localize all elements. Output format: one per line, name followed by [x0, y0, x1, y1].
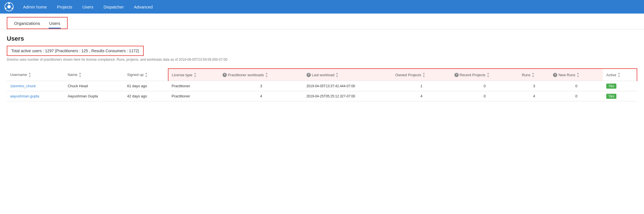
sort-icon-active[interactable]: ▲▼ [618, 72, 621, 78]
user-link-0[interactable]: 1domino_chuck [10, 84, 36, 88]
svg-point-4 [5, 8, 6, 9]
sort-icon-name[interactable]: ▲▼ [79, 72, 82, 78]
cell-active-0: Yes [603, 81, 637, 91]
col-header-signed-up[interactable]: Signed up ▲▼ [124, 69, 168, 81]
svg-point-2 [8, 3, 10, 4]
cell-name-0: Chuck Head [64, 81, 124, 91]
sort-icon-license-type[interactable]: ▲▼ [194, 72, 197, 78]
col-label-name: Name [68, 73, 77, 77]
col-header-owned-projects[interactable]: Owned Projects ▲▼ [392, 69, 451, 81]
sort-icon-owned-projects[interactable]: ▲▼ [422, 72, 425, 78]
cell-recent-projects-1: 0 [451, 91, 519, 101]
users-table: Username ▲▼ Name ▲▼ [7, 68, 637, 101]
table-body: 1domino_chuck Chuck Head 61 days ago Pra… [7, 81, 637, 101]
nav-item-advanced[interactable]: Advanced [129, 0, 158, 14]
cell-username-0: 1domino_chuck [7, 81, 64, 91]
user-link-1[interactable]: aayushman.gupta [10, 94, 39, 98]
table-row: aayushman.gupta Aayushman Gupta 42 days … [7, 91, 637, 101]
col-label-last-workload: Last workload [312, 73, 334, 77]
nav-item-users[interactable]: Users [77, 0, 98, 14]
col-header-username[interactable]: Username ▲▼ [7, 69, 64, 81]
col-header-new-runs[interactable]: ? New Runs ▲▼ [550, 69, 603, 81]
table-row: 1domino_chuck Chuck Head 61 days ago Pra… [7, 81, 637, 91]
tabs-box: Organizations Users [7, 17, 68, 29]
col-label-practitioner-workloads: Practitioner workloads [228, 73, 264, 77]
sort-icon-practitioner-workloads[interactable]: ▲▼ [265, 72, 268, 78]
cell-new-runs-0: 0 [550, 81, 603, 91]
cell-practitioner-workloads-1: 4 [219, 91, 303, 101]
svg-point-3 [12, 8, 13, 9]
sort-icon-signed-up[interactable]: ▲▼ [145, 72, 148, 78]
table-header: Username ▲▼ Name ▲▼ [7, 69, 637, 81]
col-header-active[interactable]: Active ▲▼ [603, 69, 637, 81]
active-badge-1: Yes [606, 94, 616, 99]
help-icon-new-runs[interactable]: ? [553, 73, 557, 77]
col-header-name[interactable]: Name ▲▼ [64, 69, 124, 81]
col-header-practitioner-workloads[interactable]: ? Practitioner workloads ▲▼ [219, 69, 303, 81]
cell-username-1: aayushman.gupta [7, 91, 64, 101]
tab-organizations[interactable]: Organizations [10, 19, 45, 29]
col-label-license-type: License type [172, 73, 192, 77]
page-title: Users [7, 35, 637, 42]
col-label-new-runs: New Runs [558, 73, 575, 77]
help-icon-recent-projects[interactable]: ? [454, 73, 459, 77]
sort-icon-new-runs[interactable]: ▲▼ [576, 72, 579, 78]
help-icon-practitioner-workloads[interactable]: ? [223, 73, 227, 77]
col-label-owned-projects: Owned Projects [395, 73, 421, 77]
col-label-recent-projects: Recent Projects [460, 73, 486, 77]
tab-users[interactable]: Users [45, 19, 65, 29]
active-badge-0: Yes [606, 84, 616, 89]
cell-active-1: Yes [603, 91, 637, 101]
nav-item-projects[interactable]: Projects [52, 0, 77, 14]
cell-signed-up-0: 61 days ago [124, 81, 168, 91]
page-content: Users Total active users : 1297 (Practit… [0, 29, 644, 107]
sort-icon-recent-projects[interactable]: ▲▼ [487, 72, 490, 78]
top-navigation: Admin home Projects Users Dispatcher Adv… [0, 0, 644, 14]
cell-runs-0: 3 [518, 81, 550, 91]
sort-icon-username[interactable]: ▲▼ [28, 72, 31, 78]
help-icon-last-workload[interactable]: ? [307, 73, 311, 77]
cell-last-workload-1: 2019-04-25T05:25:12.327-07:00 [303, 91, 392, 101]
sort-icon-last-workload[interactable]: ▲▼ [336, 72, 339, 78]
note-text: Domino uses number of practitioners show… [7, 58, 637, 62]
table-header-row: Username ▲▼ Name ▲▼ [7, 69, 637, 81]
col-header-runs[interactable]: Runs ▲▼ [518, 69, 550, 81]
tabs-section: Organizations Users [0, 14, 644, 29]
cell-owned-projects-0: 1 [392, 81, 451, 91]
nav-item-admin-home[interactable]: Admin home [18, 0, 52, 14]
svg-point-1 [7, 5, 11, 8]
cell-license-type-0: Practitioner [168, 81, 219, 91]
cell-signed-up-1: 42 days ago [124, 91, 168, 101]
col-header-recent-projects[interactable]: ? Recent Projects ▲▼ [451, 69, 519, 81]
col-label-active: Active [606, 73, 616, 77]
col-label-runs: Runs [522, 73, 530, 77]
cell-owned-projects-1: 4 [392, 91, 451, 101]
nav-items-container: Admin home Projects Users Dispatcher Adv… [18, 0, 158, 14]
cell-practitioner-workloads-0: 3 [219, 81, 303, 91]
cell-last-workload-0: 2019-04-05T13:37:42.444-07:00 [303, 81, 392, 91]
cell-runs-1: 4 [518, 91, 550, 101]
col-header-last-workload[interactable]: ? Last workload ▲▼ [303, 69, 392, 81]
summary-text: Total active users : 1297 (Practitioners… [11, 49, 139, 53]
col-header-license-type[interactable]: License type ▲▼ [168, 69, 219, 81]
sort-icon-runs[interactable]: ▲▼ [532, 72, 535, 78]
cell-license-type-1: Practitioner [168, 91, 219, 101]
summary-box: Total active users : 1297 (Practitioners… [7, 46, 144, 56]
col-label-signed-up: Signed up [127, 73, 144, 77]
app-logo [5, 2, 14, 11]
cell-name-1: Aayushman Gupta [64, 91, 124, 101]
cell-new-runs-1: 0 [550, 91, 603, 101]
cell-recent-projects-0: 0 [451, 81, 519, 91]
col-label-username: Username [10, 73, 27, 77]
nav-item-dispatcher[interactable]: Dispatcher [99, 0, 129, 14]
